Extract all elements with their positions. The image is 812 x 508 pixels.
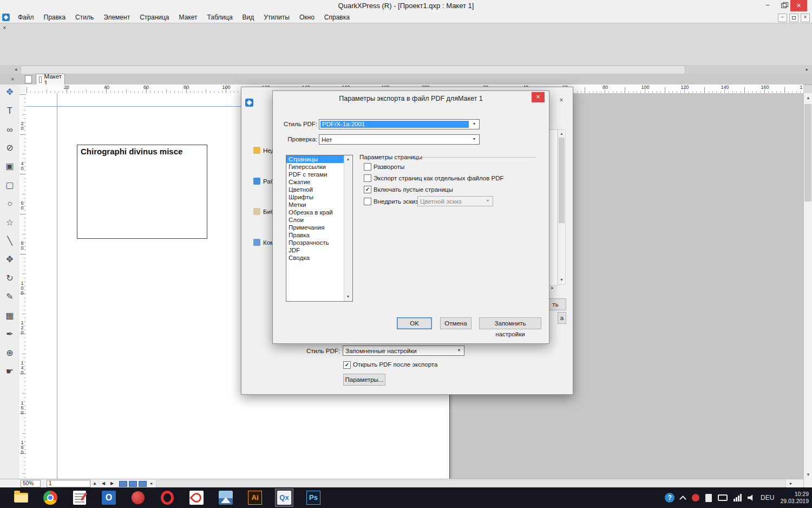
photoshop-button[interactable]: Ps — [304, 489, 323, 507]
opera-button[interactable] — [158, 489, 176, 507]
scroll-down-arrow-icon[interactable]: ▾ — [344, 294, 352, 299]
menu-utilities[interactable]: Утилиты — [259, 12, 294, 23]
tray-document-icon[interactable] — [705, 494, 712, 502]
scrollbar-thumb[interactable] — [559, 138, 565, 223]
page-up-button[interactable]: ▲ — [91, 480, 99, 487]
sidebar-item-libraries[interactable]: Биб — [253, 208, 274, 215]
tray-red-app-icon[interactable] — [692, 494, 699, 502]
text-content-tool[interactable]: T — [0, 105, 19, 118]
text-frame[interactable]: Chirographi divinus misce — [77, 145, 207, 239]
restore-button[interactable] — [776, 0, 791, 11]
scroll-left-arrow-icon[interactable]: ◂ — [12, 65, 19, 74]
acrobat-button[interactable] — [187, 489, 206, 507]
zoom-field[interactable]: 50% — [21, 480, 41, 487]
clock[interactable]: 10:29 29.03.2019 — [780, 491, 809, 505]
menu-view[interactable]: Вид — [238, 12, 259, 23]
file-list-scrollbar[interactable]: ▴ ▾ — [557, 129, 566, 285]
text-editor-button[interactable] — [70, 489, 89, 507]
menu-style[interactable]: Стиль — [70, 12, 99, 23]
language-indicator[interactable]: DEU — [761, 494, 774, 502]
dialog-titlebar[interactable]: Параметры экспорта в файл PDF дляМакет 1… — [273, 91, 549, 106]
pane-item-transparency[interactable]: Прозрачность — [286, 239, 352, 246]
spread-view-icon[interactable] — [129, 481, 137, 487]
starburst-tool[interactable]: ☆ — [0, 216, 19, 229]
quarkxpress-button[interactable]: Qx — [275, 489, 293, 507]
scrollbar-thumb[interactable] — [21, 66, 685, 74]
ok-button[interactable]: OK — [397, 317, 432, 329]
prev-page-button[interactable]: ◀ — [100, 480, 107, 487]
embed-thumbnail-checkbox[interactable] — [364, 198, 371, 205]
marker-tool[interactable]: ✒ — [0, 328, 19, 341]
pane-item-hyperlinks[interactable]: Гиперссылки — [286, 163, 352, 171]
zoom-tool[interactable]: ⊕ — [0, 347, 19, 360]
rectangle-box-tool[interactable]: ▢ — [0, 179, 19, 192]
single-page-view-icon[interactable] — [119, 481, 127, 487]
separate-files-checkbox[interactable] — [364, 174, 371, 182]
pane-item-tagged-pdf[interactable]: PDF с тегами — [286, 171, 352, 178]
child-close-button[interactable]: × — [801, 14, 810, 22]
panes-list-scrollbar[interactable]: ▴ ▾ — [344, 155, 352, 301]
dialog-close-button[interactable]: × — [532, 92, 545, 102]
pdf-style-combo[interactable]: Запомненные настройки ▾ — [343, 346, 464, 356]
move-tool[interactable]: ✥ — [0, 253, 19, 266]
child-minimize-button[interactable]: − — [778, 14, 787, 22]
chrome-button[interactable] — [41, 489, 60, 507]
menu-window[interactable]: Окно — [294, 12, 319, 23]
pane-item-jdf[interactable]: JDF — [286, 246, 352, 254]
sidebar-item-computer[interactable]: Ком — [253, 239, 274, 246]
file-explorer-button[interactable] — [12, 489, 30, 507]
scroll-up-arrow-icon[interactable]: ▴ — [344, 157, 352, 161]
scroll-down-arrow-icon[interactable]: ▾ — [804, 470, 812, 479]
scroll-right-arrow-icon[interactable]: ▸ — [803, 65, 811, 74]
table-tool[interactable]: ▦ — [0, 309, 19, 322]
menu-file[interactable]: Файл — [13, 12, 39, 23]
vertical-scrollbar[interactable]: ▴ ▾ — [803, 93, 812, 487]
minimize-button[interactable]: − — [760, 0, 775, 11]
pane-item-redline[interactable]: Правка — [286, 231, 352, 239]
text-linking-tool[interactable]: ∞ — [0, 123, 19, 136]
tabstrip-cross-icon[interactable]: × — [11, 76, 14, 82]
touch-keyboard-icon[interactable] — [718, 494, 728, 501]
pane-item-bleed[interactable]: Обрезка в край — [286, 209, 352, 216]
pdf-style-combo[interactable]: PDF/X-1a:2001 ▾ — [319, 119, 480, 129]
scroll-up-arrow-icon[interactable]: ▴ — [558, 131, 566, 136]
cancel-button-clipped[interactable]: а — [558, 312, 566, 324]
scroll-up-arrow-icon[interactable]: ▴ — [804, 93, 812, 102]
text-unlinking-tool[interactable]: ⊘ — [0, 141, 19, 154]
next-page-button[interactable]: ▶ — [108, 480, 116, 487]
page-number-field[interactable]: 1 — [47, 480, 90, 487]
pane-item-compression[interactable]: Сжатие — [286, 178, 352, 186]
pane-item-fonts[interactable]: Шрифты — [286, 193, 352, 201]
hand-tool[interactable]: ☛ — [0, 365, 19, 378]
rotate-tool[interactable]: ↻ — [0, 272, 19, 285]
spreads-checkbox[interactable] — [364, 163, 371, 171]
thumbnail-view-icon[interactable] — [139, 481, 147, 487]
horizontal-scrollbar-track[interactable] — [156, 480, 786, 487]
network-signal-icon[interactable] — [734, 494, 742, 502]
menu-page[interactable]: Страница — [135, 12, 174, 23]
volume-icon[interactable] — [748, 494, 755, 502]
pencil-tool[interactable]: ✎ — [0, 290, 19, 303]
menu-layout[interactable]: Макет — [174, 12, 202, 23]
outlook-button[interactable]: O — [100, 489, 118, 507]
panes-list[interactable]: Страницы Гиперссылки PDF с тегами Сжатие… — [286, 155, 353, 302]
child-restore-button[interactable] — [789, 14, 798, 22]
pane-item-marks[interactable]: Метки — [286, 201, 352, 209]
pane-item-layers[interactable]: Слои — [286, 216, 352, 224]
verification-combo[interactable]: Нет ▾ — [319, 134, 480, 145]
hscroll-left-arrow-icon[interactable]: ◂ — [147, 480, 155, 487]
scroll-down-arrow-icon[interactable]: ▾ — [558, 277, 566, 282]
line-tool[interactable]: ╲ — [0, 235, 19, 248]
pane-item-notes[interactable]: Примечания — [286, 224, 352, 231]
pane-item-summary[interactable]: Сводка — [286, 254, 352, 262]
help-icon[interactable]: ? — [665, 493, 675, 503]
tab-layout-1[interactable]: Макет 1 — [36, 74, 65, 84]
menu-help[interactable]: Справка — [319, 12, 355, 23]
menu-edit[interactable]: Правка — [39, 12, 71, 23]
hscroll-right-arrow-icon[interactable]: ▸ — [787, 480, 795, 487]
illustrator-button[interactable]: Ai — [246, 489, 264, 507]
include-blank-pages-checkbox[interactable]: ✓ — [364, 186, 371, 193]
options-button[interactable]: Параметры... — [343, 374, 385, 386]
menu-table[interactable]: Таблица — [202, 12, 238, 23]
menu-item[interactable]: Элемент — [99, 12, 135, 23]
